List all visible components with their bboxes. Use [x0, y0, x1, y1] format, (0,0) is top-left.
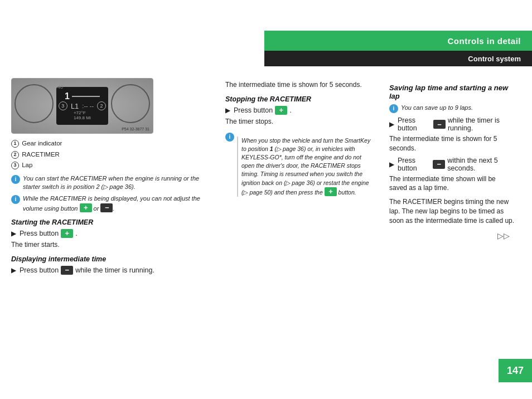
- timer-starts-text: The timer starts.: [11, 240, 212, 250]
- distance-label: 149.8 MI: [74, 115, 91, 120]
- saving-heading: Saving lap time and starting a new lap: [389, 84, 515, 100]
- center-top: 1: [65, 91, 100, 101]
- image-labels: 1 Gear indicator 2 RACETIMER 3 Lap: [11, 138, 212, 171]
- header-bar: Controls in detail: [264, 31, 532, 51]
- continue-arrow-container: ▷▷: [389, 231, 515, 240]
- subheader-bar: Control system: [264, 51, 532, 66]
- right-saved-text: The intermediate time shown will be save…: [389, 174, 515, 193]
- number-3-circle: 3: [59, 101, 67, 110]
- right-press1-suffix: while the timer is running.: [448, 116, 515, 132]
- dashes-label: :-- --: [82, 103, 94, 109]
- info-box-2: i While the RACETIMER is being displayed…: [11, 194, 212, 212]
- continue-arrow: ▷▷: [497, 231, 510, 240]
- btn-minus-inline: −: [100, 203, 113, 212]
- label-item-1: 1 Gear indicator: [11, 138, 212, 149]
- header-title: Controls in detail: [447, 36, 521, 46]
- starting-press-label: Press button: [20, 230, 59, 237]
- info1-text: You can start the RACETIMER when the eng…: [23, 174, 212, 192]
- timer-stops-text: The timer stops.: [225, 117, 376, 126]
- info-save-box: i You can save up to 9 laps.: [389, 104, 515, 113]
- number-1-label: 1: [65, 91, 70, 101]
- info-box-1: i You can start the RACETIMER when the e…: [11, 174, 212, 192]
- displaying-heading: Displaying intermediate time: [11, 255, 212, 263]
- btn-minus-right2: −: [433, 160, 445, 169]
- circle-3: 3: [11, 162, 19, 169]
- btn-plus-stop: +: [275, 106, 287, 115]
- displaying-suffix: while the timer is running.: [75, 266, 154, 274]
- center-mid: 3 L1 :-- -- 2: [59, 101, 106, 110]
- arrow-right-1: ▶: [389, 120, 394, 128]
- right-intermediate-shown: The intermediate time is shown for 5 sec…: [389, 134, 515, 153]
- right-new-lap-text: The RACETIMER begins timing the new lap.…: [389, 197, 515, 225]
- info-icon-1: i: [11, 175, 20, 184]
- l1-label: L1: [71, 102, 79, 110]
- warning-info-box: i When you stop the vehicle and turn the…: [225, 132, 376, 201]
- left-column: 1 3 L1 :-- -- 2 +72°F 149.8 MI: [11, 78, 212, 393]
- right-press-row-2: ▶ Press button − within the next 5 secon…: [389, 157, 515, 172]
- middle-column: The intermediate time is shown for 5 sec…: [225, 78, 376, 393]
- stopping-suffix: .: [289, 106, 291, 114]
- btn-minus-right1: −: [433, 120, 446, 129]
- dash-image-id: P54 32-3877 31: [122, 127, 149, 131]
- arrow-displaying: ▶: [11, 266, 16, 274]
- stopping-press-label: Press button: [234, 106, 273, 114]
- displaying-press-row: ▶ Press button − while the timer is runn…: [11, 266, 212, 275]
- arrow-right-2: ▶: [389, 160, 394, 168]
- warning-text: When you stop the vehicle and turn the S…: [237, 137, 376, 197]
- btn-minus-display: −: [61, 266, 73, 275]
- right-press2-label: Press button: [398, 157, 431, 172]
- arrow-starting: ▶: [11, 230, 16, 237]
- circle-2: 2: [11, 151, 19, 159]
- stopping-heading: Stopping the RACETIMER: [225, 95, 376, 103]
- main-content: 1 3 L1 :-- -- 2 +72°F 149.8 MI: [0, 72, 532, 399]
- right-column: Saving lap time and starting a new lap i…: [389, 78, 515, 393]
- starting-heading: Starting the RACETIMER: [11, 218, 212, 226]
- temp-label: +72°F: [74, 110, 86, 115]
- right-press2-suffix: within the next 5 seconds.: [447, 157, 515, 172]
- center-bottom: +72°F 149.8 MI: [74, 110, 91, 120]
- circle-1: 1: [11, 140, 19, 148]
- right-press1-label: Press button: [398, 116, 431, 132]
- intermediate-shown-text: The intermediate time is shown for 5 sec…: [225, 80, 376, 90]
- gauge-left: [14, 84, 54, 123]
- line-display: [72, 96, 100, 97]
- displaying-press-label: Press button: [20, 266, 59, 274]
- num-40-label: 40: [57, 84, 63, 90]
- item1-text: Gear indicator: [22, 140, 62, 147]
- item2-text: RACETIMER: [22, 151, 60, 158]
- gauge-right: [111, 84, 150, 123]
- center-display: 1 3 L1 :-- -- 2 +72°F 149.8 MI: [56, 87, 108, 125]
- stopping-press-row: ▶ Press button + .: [225, 106, 376, 115]
- label-item-3: 3 Lap: [11, 160, 212, 171]
- right-press-row-1: ▶ Press button − while the timer is runn…: [389, 116, 515, 132]
- dash-inner: 1 3 L1 :-- -- 2 +72°F 149.8 MI: [12, 79, 153, 133]
- label-item-2: 2 RACETIMER: [11, 149, 212, 160]
- starting-press-row: ▶ Press button +.: [11, 229, 212, 238]
- arrow-stopping: ▶: [225, 106, 230, 114]
- info-icon-2: i: [11, 195, 20, 204]
- info2-text: While the RACETIMER is being displayed, …: [23, 194, 212, 212]
- info-save-text: You can save up to 9 laps.: [401, 104, 473, 112]
- btn-plus-inline: +: [80, 203, 92, 212]
- btn-plus-start: +: [61, 229, 73, 238]
- dashboard-image: 1 3 L1 :-- -- 2 +72°F 149.8 MI: [11, 78, 153, 134]
- btn-plus-warning: +: [325, 187, 337, 196]
- info-icon-warning: i: [225, 133, 234, 142]
- number-2-circle: 2: [97, 101, 106, 110]
- item3-text: Lap: [22, 162, 32, 168]
- subheader-title: Control system: [468, 55, 521, 63]
- info-icon-save: i: [389, 104, 398, 113]
